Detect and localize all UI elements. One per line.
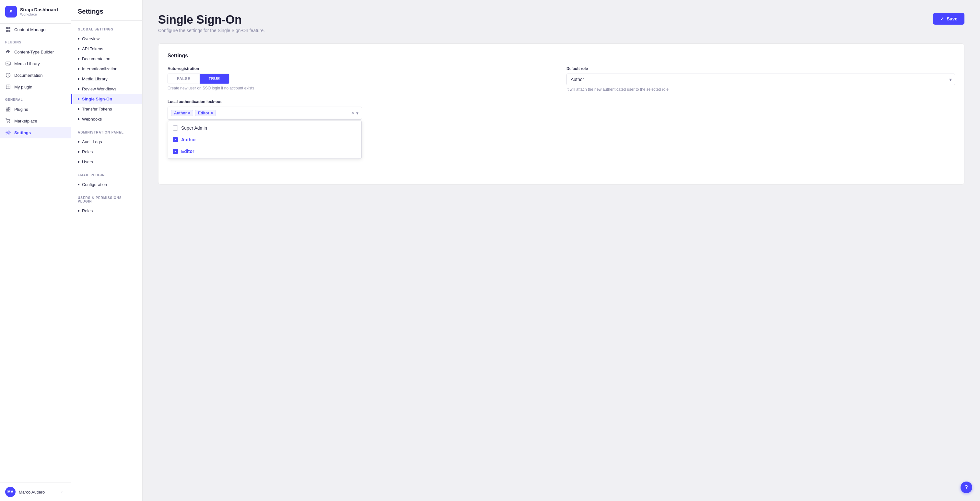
local-auth-tags-field[interactable]: Author × Editor × × ▾ Super Admin — [167, 107, 362, 119]
settings-nav: Settings GLOBAL SETTINGS Overview API To… — [71, 0, 143, 501]
sidebar-media-library[interactable]: Media Library — [0, 58, 71, 69]
default-role-select-wrapper: Author Editor Super Admin ▾ — [566, 73, 955, 85]
general-section-label: GENERAL — [0, 93, 71, 103]
card-title: Settings — [167, 53, 955, 59]
nav-media-library[interactable]: Media Library — [71, 74, 142, 84]
check-icon: ✓ — [940, 16, 944, 21]
app-info: Strapi Dashboard Workplace — [20, 7, 58, 16]
dropdown-item-label: Editor — [181, 149, 194, 154]
sidebar-item-label: Media Library — [14, 61, 40, 66]
tags-clear-btn[interactable]: × — [351, 110, 354, 116]
sidebar-item-marketplace[interactable]: Marketplace — [0, 115, 71, 127]
toggle-true-btn[interactable]: TRUE — [200, 74, 229, 84]
svg-point-13 — [9, 122, 10, 123]
save-button[interactable]: ✓ Save — [933, 13, 964, 25]
dropdown-item-label: Super Admin — [181, 126, 207, 130]
tag-editor-remove[interactable]: × — [211, 111, 213, 115]
nav-single-sign-on[interactable]: Single Sign-On — [71, 94, 142, 104]
nav-overview[interactable]: Overview — [71, 34, 142, 44]
sidebar-my-plugin[interactable]: My plugin — [0, 81, 71, 93]
sidebar-item-label: Settings — [14, 130, 31, 135]
svg-rect-3 — [8, 30, 10, 32]
default-role-help: It will attach the new authenticated use… — [566, 87, 955, 92]
auto-registration-help: Create new user on SSO login if no accou… — [167, 86, 556, 91]
image-icon — [5, 60, 11, 67]
sidebar-item-label: My plugin — [14, 84, 32, 89]
tag-author-remove[interactable]: × — [188, 111, 190, 115]
sidebar-content-type-builder[interactable]: Content-Type Builder — [0, 46, 71, 58]
nav-internationalization[interactable]: Internationalization — [71, 64, 142, 74]
nav-dot — [78, 48, 80, 49]
dropdown-item-author[interactable]: ✓ Author — [168, 134, 361, 145]
global-settings-label: GLOBAL SETTINGS — [71, 21, 142, 34]
nav-dot — [78, 98, 80, 100]
users-permissions-label: USERS & PERMISSIONS PLUGIN — [71, 189, 142, 206]
avatar: MA — [5, 487, 16, 497]
tag-author-label: Author — [174, 111, 187, 115]
tags-controls: × ▾ — [351, 110, 358, 116]
nav-webhooks[interactable]: Webhooks — [71, 114, 142, 124]
main-content: Single Sign-On Configure the settings fo… — [143, 0, 980, 501]
cart-icon — [5, 118, 11, 124]
tags-dropdown-btn[interactable]: ▾ — [356, 110, 358, 116]
nav-dot — [78, 38, 80, 40]
info-icon — [5, 72, 11, 78]
checkbox-author: ✓ — [173, 137, 178, 142]
settings-nav-title: Settings — [71, 8, 142, 21]
admin-panel-label: ADMINISTRATION PANEL — [71, 124, 142, 137]
page-title-block: Single Sign-On Configure the settings fo… — [158, 13, 265, 33]
svg-point-14 — [8, 132, 9, 134]
nav-dot — [78, 118, 80, 120]
tag-author: Author × — [171, 110, 193, 116]
nav-dot — [78, 108, 80, 110]
sidebar-content-manager[interactable]: Content Manager — [0, 24, 71, 35]
toggle-false-btn[interactable]: FALSE — [168, 74, 200, 84]
sidebar-item-plugins[interactable]: Plugins — [0, 103, 71, 115]
checkbox-super-admin — [173, 126, 178, 130]
nav-dot — [78, 68, 80, 70]
nav-transfer-tokens[interactable]: Transfer Tokens — [71, 104, 142, 114]
app-logo: S — [5, 6, 17, 17]
app-workspace: Workplace — [20, 12, 58, 16]
collapse-button[interactable]: ‹ — [58, 488, 66, 496]
nav-api-tokens[interactable]: API Tokens — [71, 44, 142, 54]
default-role-col: Default role Author Editor Super Admin ▾… — [566, 67, 955, 92]
nav-dot — [78, 210, 80, 212]
email-plugin-label: EMAIL PLUGIN — [71, 167, 142, 180]
puzzle-piece-icon — [5, 84, 11, 90]
sidebar-item-settings[interactable]: Settings — [0, 127, 71, 138]
help-button[interactable]: ? — [961, 482, 972, 493]
sidebar-documentation[interactable]: Documentation — [0, 69, 71, 81]
nav-audit-logs[interactable]: Audit Logs — [71, 137, 142, 147]
default-role-select[interactable]: Author Editor Super Admin — [566, 73, 955, 85]
svg-rect-2 — [6, 30, 8, 32]
nav-users[interactable]: Users — [71, 157, 142, 167]
sidebar-footer: MA Marco Autiero ‹ — [0, 482, 71, 501]
nav-roles-up[interactable]: Roles — [71, 206, 142, 216]
sidebar-item-label: Marketplace — [14, 119, 37, 124]
sidebar-item-label: Content Manager — [14, 27, 47, 32]
page-header: Single Sign-On Configure the settings fo… — [158, 13, 964, 33]
sidebar: S Strapi Dashboard Workplace Content Man… — [0, 0, 71, 501]
tag-editor-label: Editor — [198, 111, 209, 115]
local-auth-label: Local authentication lock-out — [167, 100, 955, 104]
svg-rect-1 — [8, 27, 10, 29]
nav-documentation[interactable]: Documentation — [71, 54, 142, 64]
nav-roles[interactable]: Roles — [71, 147, 142, 157]
user-name: Marco Autiero — [19, 490, 55, 495]
local-auth-section: Local authentication lock-out Author × E… — [167, 100, 955, 119]
nav-dot — [78, 88, 80, 90]
auto-registration-col: Auto-registration FALSE TRUE Create new … — [167, 67, 556, 91]
gear-icon — [5, 130, 11, 135]
save-label: Save — [947, 16, 957, 21]
auto-registration-label: Auto-registration — [167, 67, 556, 71]
auto-registration-toggle: FALSE TRUE — [167, 73, 229, 84]
dropdown-item-super-admin[interactable]: Super Admin — [168, 122, 361, 134]
dropdown-item-editor[interactable]: ✓ Editor — [168, 145, 361, 157]
sidebar-item-label: Plugins — [14, 107, 28, 112]
nav-configuration[interactable]: Configuration — [71, 180, 142, 189]
page-title: Single Sign-On — [158, 13, 265, 27]
nav-review-workflows[interactable]: Review Workflows — [71, 84, 142, 94]
form-row-main: Auto-registration FALSE TRUE Create new … — [167, 67, 955, 92]
tag-editor: Editor × — [195, 110, 216, 116]
